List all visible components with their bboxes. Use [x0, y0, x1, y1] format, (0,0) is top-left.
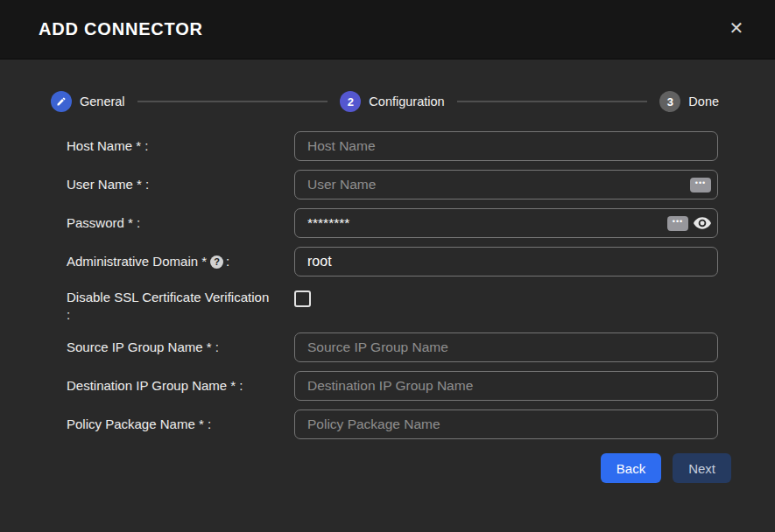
destination-ip-group-label: Destination IP Group Name * :: [67, 377, 294, 395]
step-2-badge: 2: [340, 91, 361, 112]
ellipsis-icon[interactable]: •••: [690, 178, 711, 192]
host-name-label: Host Name * :: [67, 137, 294, 155]
destination-ip-group-input[interactable]: [294, 371, 718, 401]
connector-form: Host Name * : User Name * : ••• Password…: [67, 131, 718, 439]
user-name-label: User Name * :: [67, 176, 294, 193]
user-name-input[interactable]: [294, 170, 718, 200]
step-general-label: General: [80, 94, 125, 108]
admin-domain-input[interactable]: [294, 247, 718, 276]
help-icon[interactable]: ?: [210, 256, 223, 269]
admin-domain-label: Administrative Domain * ? :: [67, 253, 294, 270]
edit-icon: [51, 91, 72, 112]
disable-ssl-label: Disable SSL Certificate Verification :: [67, 285, 294, 324]
password-label: Password * :: [67, 214, 294, 232]
dialog-title: ADD CONNECTOR: [39, 19, 203, 39]
password-input[interactable]: [294, 208, 718, 238]
show-password-eye-icon[interactable]: [694, 217, 711, 229]
step-general: General: [51, 91, 125, 112]
wizard-stepper: General 2 Configuration 3 Done: [51, 91, 719, 112]
ellipsis-icon[interactable]: •••: [667, 216, 688, 231]
policy-package-label: Policy Package Name * :: [67, 416, 294, 433]
dialog-footer: Back Next: [0, 453, 731, 483]
close-icon[interactable]: ✕: [724, 16, 749, 40]
source-ip-group-input[interactable]: [294, 332, 718, 362]
add-connector-dialog: ADD CONNECTOR ✕ General 2 Configuration …: [0, 0, 775, 532]
host-name-input[interactable]: [294, 131, 718, 161]
stepper-line: [137, 101, 328, 102]
step-3-badge: 3: [659, 91, 680, 112]
step-configuration-label: Configuration: [369, 94, 444, 108]
next-button[interactable]: Next: [673, 453, 731, 483]
back-button[interactable]: Back: [601, 453, 661, 483]
policy-package-input[interactable]: [294, 410, 718, 439]
step-done-label: Done: [688, 94, 719, 108]
step-done: 3 Done: [659, 91, 719, 112]
source-ip-group-label: Source IP Group Name * :: [67, 339, 294, 356]
dialog-header: ADD CONNECTOR ✕: [0, 0, 775, 60]
step-configuration: 2 Configuration: [340, 91, 444, 112]
stepper-line: [457, 101, 648, 102]
disable-ssl-checkbox[interactable]: [294, 290, 311, 307]
